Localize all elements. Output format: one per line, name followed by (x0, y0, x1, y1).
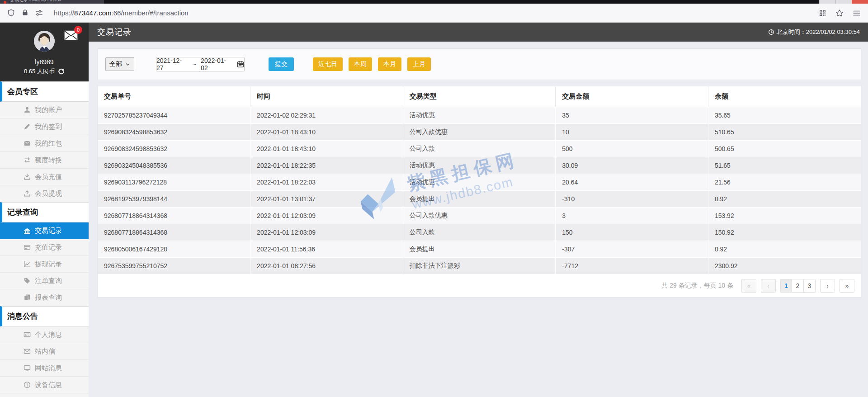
url-prefix: https:// (54, 9, 74, 17)
sidebar-item-withdrawal-records[interactable]: 提现记录 (0, 256, 89, 273)
cell-order-no: 926805006167429120 (98, 241, 250, 257)
sidebar-item-label: 交易记录 (35, 227, 62, 235)
maximize-button[interactable] (835, 0, 852, 4)
sidebar-item-label: 提现记录 (35, 260, 62, 269)
cell-type: 会员提出 (403, 241, 556, 257)
bookmark-star-icon[interactable] (835, 9, 844, 17)
cell-amount: 3 (556, 207, 708, 224)
app-header: 交易记录 北京时间：2022/01/02 03:30:54 (0, 23, 868, 42)
cell-amount: -7712 (556, 257, 708, 274)
table-row: 9270257852370493442022-01-02 02:29:31活动优… (98, 107, 861, 123)
main-content: 全部 2021-12-27 ~ 2022-01-02 提交 近七日本周本月上月 … (89, 42, 868, 397)
quick-button-recent-7-days[interactable]: 近七日 (313, 57, 343, 71)
sidebar-item-site-messages[interactable]: 网站消息 (0, 360, 89, 377)
cell-type: 公司入款 (403, 224, 556, 241)
pagination-first-button[interactable]: « (741, 279, 756, 293)
table-row: 9269083245988536322022-01-01 18:43:10公司入… (98, 140, 861, 157)
qr-code-icon[interactable] (819, 9, 826, 17)
sidebar-item-report-query[interactable]: 报表查询 (0, 289, 89, 306)
sidebar-menu: 会员专区我的帐户我的签到我的红包额度转换会员充值会员提现记录查询交易记录充值记录… (0, 81, 89, 393)
sidebar-item-my-red-packet[interactable]: 我的红包 (0, 135, 89, 152)
date-separator: ~ (193, 61, 196, 68)
cell-time: 2022-01-01 18:22:03 (250, 174, 403, 190)
sidebar-section-messages: 消息公告 (0, 306, 89, 326)
clock-icon (768, 29, 774, 35)
url-bar[interactable]: https://873447.com:66/member/#/transacti… (54, 9, 189, 17)
cell-time: 2022-01-02 02:29:31 (250, 107, 403, 123)
table-header-row: 交易单号时间交易类型交易金额余额 (98, 86, 861, 107)
cell-order-no: 926819253979398144 (98, 190, 250, 207)
close-button[interactable] (852, 0, 868, 4)
column-header-amount: 交易金额 (556, 86, 708, 107)
deposit-icon (24, 173, 31, 180)
sidebar-item-label: 会员提现 (35, 189, 62, 198)
quick-button-this-week[interactable]: 本周 (349, 57, 372, 71)
submit-button[interactable]: 提交 (269, 57, 294, 71)
cell-amount: 20.64 (556, 174, 708, 190)
cell-order-no: 926908324598853632 (98, 123, 250, 140)
cell-type: 活动优惠 (403, 107, 556, 123)
lock-icon[interactable] (21, 9, 29, 17)
column-header-order-no: 交易单号 (98, 86, 250, 107)
pagination-page-3[interactable]: 3 (804, 279, 816, 293)
sidebar-item-bet-query[interactable]: 注单查询 (0, 273, 89, 289)
sidebar-item-site-mail[interactable]: 站内信 (0, 343, 89, 360)
pagination-prev-button[interactable]: ‹ (761, 279, 776, 293)
user-balance: 0.65 人民币 (24, 67, 65, 76)
hamburger-menu-icon[interactable] (853, 9, 861, 17)
messages-shortcut[interactable]: 0 (64, 30, 78, 41)
sidebar-item-label: 我的签到 (35, 123, 62, 131)
pagination-page-2[interactable]: 2 (792, 279, 804, 293)
type-select[interactable]: 全部 (105, 57, 134, 71)
chevron-down-icon (125, 62, 130, 67)
cell-amount: 35 (556, 107, 708, 123)
shield-icon[interactable] (7, 9, 15, 17)
sidebar-item-label: 我的帐户 (35, 106, 62, 114)
permissions-icon[interactable] (35, 9, 43, 17)
quick-button-last-month[interactable]: 上月 (407, 57, 431, 71)
sidebar-section-records-query: 记录查询 (0, 202, 89, 222)
sidebar-item-deposit-records[interactable]: 充值记录 (0, 239, 89, 256)
cell-balance: 0.92 (708, 241, 861, 257)
cell-balance: 2300.92 (708, 257, 861, 274)
date-from: 2021-12-27 (156, 57, 188, 71)
sidebar-item-personal-messages[interactable]: 个人消息 (0, 326, 89, 343)
table-row: 9269083245988536322022-01-01 18:43:10公司入… (98, 123, 861, 140)
monitor-icon (24, 364, 31, 372)
sidebar-item-quota-transfer[interactable]: 额度转换 (0, 152, 89, 169)
sidebar-item-label: 报表查询 (35, 293, 62, 302)
cell-balance: 510.65 (708, 123, 861, 140)
sidebar-item-member-deposit[interactable]: 会员充值 (0, 169, 89, 185)
pagination-bar: 共 29 条记录，每页 10 条 « ‹ 123 › » (98, 274, 861, 297)
sidebar-item-label: 充值记录 (35, 243, 62, 252)
cell-balance: 51.65 (708, 157, 861, 174)
avatar[interactable] (34, 31, 55, 52)
sidebar-item-my-checkin[interactable]: 我的签到 (0, 118, 89, 135)
cell-order-no: 926753599755210752 (98, 257, 250, 274)
cell-time: 2022-01-01 13:01:37 (250, 190, 403, 207)
quick-button-this-month[interactable]: 本月 (378, 57, 401, 71)
sidebar-item-label: 设备信息 (35, 381, 62, 389)
browser-tab[interactable]: 交易记录 - Mozilla Firefox (0, 0, 104, 4)
cell-type: 活动优惠 (403, 174, 556, 190)
cell-order-no: 926903245048385536 (98, 157, 250, 174)
cell-time: 2022-01-01 08:27:56 (250, 257, 403, 274)
id-card-icon (24, 331, 31, 338)
report-icon (24, 294, 31, 301)
mail-icon (24, 348, 31, 355)
pagination-last-button[interactable]: » (840, 279, 854, 293)
table-row: 9268192539793981442022-01-01 13:01:37会员提… (98, 190, 861, 207)
refresh-balance-icon[interactable] (58, 68, 65, 75)
cell-order-no: 926807718864314368 (98, 224, 250, 241)
cell-amount: 30.09 (556, 157, 708, 174)
date-range-input[interactable]: 2021-12-27 ~ 2022-01-02 (156, 57, 245, 71)
pagination-next-button[interactable]: › (820, 279, 835, 293)
sidebar-item-my-account[interactable]: 我的帐户 (0, 102, 89, 118)
sidebar-item-member-withdraw[interactable]: 会员提现 (0, 185, 89, 202)
cell-time: 2022-01-01 11:56:36 (250, 241, 403, 257)
minimize-button[interactable] (819, 0, 835, 4)
browser-toolbar: https://873447.com:66/member/#/transacti… (0, 4, 868, 23)
sidebar-item-device-info[interactable]: 设备信息 (0, 377, 89, 393)
pagination-page-1[interactable]: 1 (780, 279, 792, 293)
sidebar-item-transaction-records[interactable]: 交易记录 (0, 222, 89, 239)
